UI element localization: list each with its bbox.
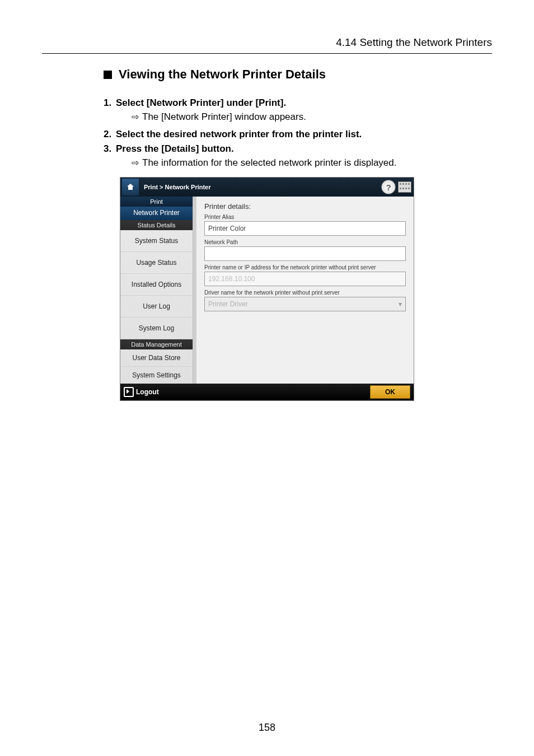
step-text: Select the desired network printer from … [116,129,362,140]
sidebar-item-system-settings[interactable]: System Settings [120,367,193,384]
page-number: 158 [0,722,534,734]
step-result: ⇨ The [Network Printer] window appears. [132,111,492,123]
ip-field: 192.168.10.100 [204,272,406,286]
page-header: 4.14 Setting the Network Printers [336,36,492,49]
sidebar-item-system-status[interactable]: System Status [120,230,193,252]
help-button[interactable]: ? [381,180,396,194]
step-item: 1. Select [Network Printer] under [Print… [104,97,492,109]
logout-label: Logout [136,388,159,396]
screenshot-titlebar: Print > Network Printer ? [120,178,414,197]
result-text: The information for the selected network… [142,157,397,169]
logout-icon [124,387,134,397]
section-title: Viewing the Network Printer Details [119,67,326,82]
printer-details-screenshot: Print > Network Printer ? Print Network … [120,177,414,401]
bullet-square-icon [104,71,112,79]
ip-label: Printer name or IP address for the netwo… [204,264,406,270]
sidebar-scrollbar[interactable] [193,197,196,384]
screenshot-sidebar: Print Network Printer Status Details Sys… [120,197,196,384]
sidebar-item-label: Network Printer [133,209,180,217]
sidebar-item-usage-status[interactable]: Usage Status [120,252,193,274]
breadcrumb: Print > Network Printer [144,184,211,190]
alias-label: Printer Alias [204,214,406,220]
sidebar-item-user-data-store[interactable]: User Data Store [120,349,193,367]
chevron-down-icon: ▾ [399,300,402,308]
home-button[interactable] [121,178,139,196]
help-icon: ? [386,183,391,192]
home-icon [126,183,135,192]
sidebar-group-data: Data Management [120,339,193,349]
path-field[interactable] [204,246,406,261]
header-rule [42,53,492,54]
sidebar-item-user-log[interactable]: User Log [120,296,193,318]
result-text: The [Network Printer] window appears. [142,111,306,123]
step-text: Press the [Details] button. [116,143,234,155]
driver-select-value: Printer Driver [208,300,248,308]
step-number: 2. [104,129,116,140]
keyboard-button[interactable] [398,181,411,193]
sidebar-group-print: Print [120,197,193,207]
ok-button[interactable]: OK [370,385,410,399]
driver-label: Driver name for the network printer with… [204,290,406,296]
screenshot-content: Printer details: Printer Alias Printer C… [196,197,414,384]
step-item: 2. Select the desired network printer fr… [104,129,492,140]
step-number: 1. [104,97,116,109]
sidebar-item-network-printer[interactable]: Network Printer [120,207,193,220]
sidebar-item-system-log[interactable]: System Log [120,318,193,339]
content-title: Printer details: [204,202,406,211]
steps-list: 1. Select [Network Printer] under [Print… [104,97,492,169]
step-number: 3. [104,143,116,155]
path-label: Network Path [204,239,406,245]
sidebar-item-installed-options[interactable]: Installed Options [120,274,193,296]
step-result: ⇨ The information for the selected netwo… [132,157,492,169]
result-arrow-icon: ⇨ [132,157,139,169]
screenshot-footer: Logout OK [120,384,414,400]
logout-button[interactable]: Logout [120,387,159,397]
step-text: Select [Network Printer] under [Print]. [116,97,286,109]
result-arrow-icon: ⇨ [132,111,139,123]
step-item: 3. Press the [Details] button. [104,143,492,155]
driver-select[interactable]: Printer Driver ▾ [204,297,406,311]
alias-field[interactable]: Printer Color [204,221,406,236]
sidebar-group-status: Status Details [120,220,193,230]
